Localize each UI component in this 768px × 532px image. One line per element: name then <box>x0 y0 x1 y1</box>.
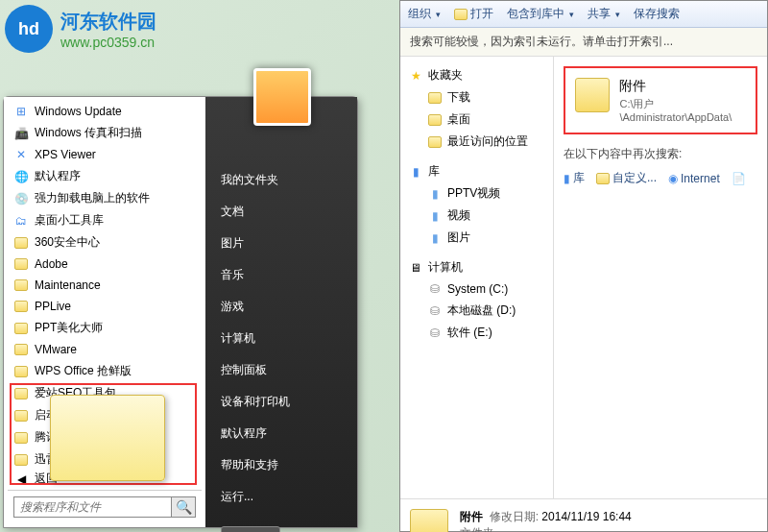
start-search: 🔍 <box>8 490 202 523</box>
program-item[interactable]: Maintenance <box>8 275 202 296</box>
folder-icon <box>13 452 29 468</box>
app-icon: ✕ <box>13 147 29 162</box>
folder-icon <box>13 299 29 314</box>
program-label: WPS Office 抢鲜版 <box>35 363 132 379</box>
folder-icon <box>596 173 610 184</box>
internet-icon: ◉ <box>668 172 678 185</box>
program-item[interactable]: PPLive <box>8 296 202 317</box>
tree-item[interactable]: 桌面 <box>404 109 549 131</box>
start-right-item[interactable]: 帮助和支持 <box>205 449 357 481</box>
search-input[interactable] <box>13 496 172 518</box>
start-right-item[interactable]: 设备和打印机 <box>205 386 357 418</box>
watermark: hd 河东软件园 www.pc0359.cn <box>5 5 156 53</box>
open-button[interactable]: 打开 <box>454 6 493 22</box>
program-item[interactable]: PPT美化大师 <box>8 317 202 339</box>
computer-icon: 🖥 <box>408 260 423 276</box>
start-right-item[interactable]: 游戏 <box>205 291 357 323</box>
detail-date: 2014/11/19 16:44 <box>541 510 631 523</box>
tree-item[interactable]: ⛁System (C:) <box>404 278 549 300</box>
tree-item[interactable]: 最近访问的位置 <box>404 131 549 153</box>
start-menu-right: 我的文件夹文档图片音乐游戏计算机控制面板设备和打印机默认程序帮助和支持运行...… <box>205 97 357 527</box>
info-bar[interactable]: 搜索可能较慢，因为索引未运行。请单击打开索引... <box>400 28 767 57</box>
app-icon: ⊞ <box>13 104 29 119</box>
save-search-button[interactable]: 保存搜索 <box>634 6 680 22</box>
program-item[interactable]: 💿强力卸载电脑上的软件 <box>8 187 202 209</box>
program-item[interactable]: ✕XPS Viewer <box>8 144 202 165</box>
folder-icon <box>13 408 29 423</box>
watermark-title: 河东软件园 <box>60 9 156 35</box>
item-icon: ⛁ <box>427 326 443 341</box>
program-label: 桌面小工具库 <box>35 212 104 229</box>
folder-icon <box>13 235 29 251</box>
program-item[interactable]: ⊞Windows Update <box>8 101 202 122</box>
start-right-item[interactable]: 控制面板 <box>205 354 357 386</box>
shutdown-button[interactable]: 关机 <box>221 526 280 532</box>
result-name: 附件 <box>619 78 746 95</box>
favorites-header[interactable]: ★收藏夹 <box>404 64 549 86</box>
watermark-url: www.pc0359.cn <box>60 35 156 50</box>
item-icon <box>427 112 443 128</box>
nav-tree: ★收藏夹 下载桌面最近访问的位置 ▮库 ▮PPTV视频▮视频▮图片 🖥计算机 ⛁… <box>400 57 554 498</box>
app-icon: 🌐 <box>13 169 29 184</box>
tree-label: System (C:) <box>447 282 508 296</box>
library-icon: ▮ <box>564 172 570 185</box>
search-button[interactable]: 🔍 <box>172 496 196 518</box>
program-item[interactable]: WPS Office 抢鲜版 <box>8 360 202 382</box>
explorer-toolbar: 组织 打开 包含到库中 共享 保存搜索 <box>400 1 767 28</box>
program-label: PPT美化大师 <box>35 320 103 336</box>
start-right-item[interactable]: 计算机 <box>205 323 357 354</box>
tree-item[interactable]: ⛁本地磁盘 (D:) <box>404 300 549 322</box>
start-right-item[interactable]: 文档 <box>205 196 357 228</box>
item-icon: ▮ <box>427 186 443 202</box>
program-item[interactable]: 🌐默认程序 <box>8 165 202 187</box>
libraries-header[interactable]: ▮库 <box>404 160 549 182</box>
program-item[interactable]: Adobe <box>8 254 202 275</box>
tree-item[interactable]: ▮视频 <box>404 205 549 227</box>
folder-icon <box>13 430 29 446</box>
item-icon: ▮ <box>427 208 443 224</box>
filter-library[interactable]: ▮库 <box>564 170 585 186</box>
app-icon: 📠 <box>13 126 29 141</box>
start-right-item[interactable]: 默认程序 <box>205 418 357 449</box>
program-label: 默认程序 <box>35 168 81 184</box>
program-item[interactable]: 360安全中心 <box>8 231 202 254</box>
search-result[interactable]: 附件 C:\用户\Administrator\AppData\ <box>564 66 757 134</box>
tree-label: 软件 (E:) <box>447 325 492 341</box>
user-avatar[interactable] <box>253 68 311 126</box>
filter-custom[interactable]: 自定义... <box>596 170 657 186</box>
file-icon: 📄 <box>732 172 746 185</box>
program-label: VMware <box>35 343 77 356</box>
tree-item[interactable]: 下载 <box>404 86 549 109</box>
program-label: PPLive <box>35 300 71 313</box>
tree-item[interactable]: ▮图片 <box>404 227 549 249</box>
start-right-item[interactable]: 图片 <box>205 228 357 259</box>
start-right-item[interactable]: 音乐 <box>205 259 357 291</box>
star-icon: ★ <box>408 68 423 84</box>
tree-item[interactable]: ▮PPTV视频 <box>404 182 549 205</box>
item-icon: ⛁ <box>427 281 443 297</box>
details-pane: 附件 修改日期: 2014/11/19 16:44 文件夹 <box>400 498 767 532</box>
program-item[interactable]: 🗂桌面小工具库 <box>8 209 202 231</box>
program-label: Maintenance <box>35 278 101 292</box>
program-label: XPS Viewer <box>35 148 96 161</box>
start-right-item[interactable]: 运行... <box>205 481 357 513</box>
organize-button[interactable]: 组织 <box>408 6 441 22</box>
start-right-item[interactable]: 我的文件夹 <box>205 164 357 196</box>
folder-icon <box>575 78 610 112</box>
folder-icon <box>13 278 29 293</box>
search-again-label: 在以下内容中再次搜索: <box>564 146 757 162</box>
tree-item[interactable]: ⛁软件 (E:) <box>404 322 549 344</box>
detail-name: 附件 <box>460 510 483 523</box>
computer-header[interactable]: 🖥计算机 <box>404 256 549 278</box>
start-menu: ⊞Windows Update📠Windows 传真和扫描✕XPS Viewer… <box>3 96 358 528</box>
share-button[interactable]: 共享 <box>588 6 620 22</box>
item-icon: ▮ <box>427 230 443 246</box>
watermark-logo: hd <box>5 5 53 53</box>
library-icon: ▮ <box>408 164 423 180</box>
open-icon <box>454 9 468 20</box>
filter-more[interactable]: 📄 <box>732 170 746 186</box>
filter-internet[interactable]: ◉Internet <box>668 170 720 186</box>
program-item[interactable]: VMware <box>8 339 202 360</box>
include-library-button[interactable]: 包含到库中 <box>507 6 574 22</box>
program-item[interactable]: 📠Windows 传真和扫描 <box>8 122 202 144</box>
